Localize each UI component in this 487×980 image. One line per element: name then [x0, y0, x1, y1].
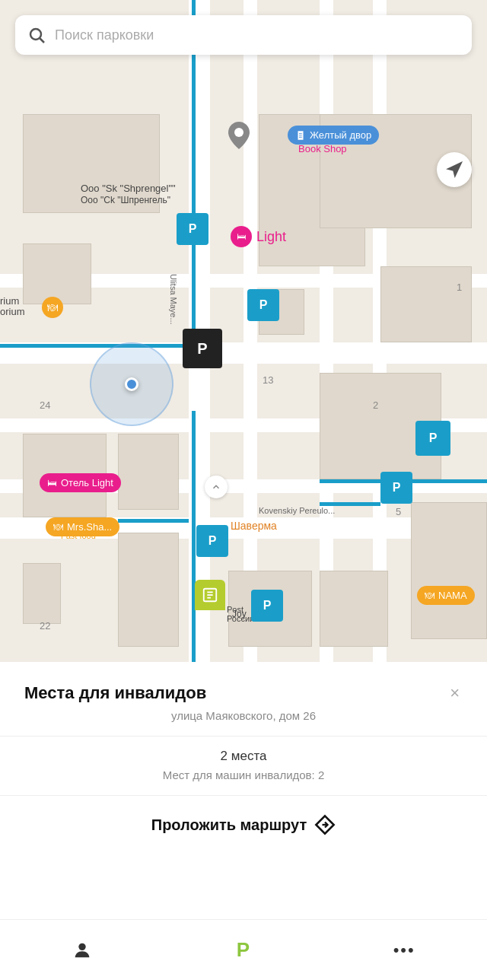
nav-more[interactable]: ••• — [393, 940, 415, 960]
search-bar[interactable]: Поиск парковки — [15, 15, 472, 55]
svg-line-7 — [40, 39, 45, 43]
orium-label: orium — [0, 306, 25, 317]
panel-header: Места для инвалидов × — [24, 683, 463, 703]
hotel-light-pin-top: 🛏 Light — [231, 226, 286, 247]
panel-handicap: Мест для машин инвалидов: 2 — [24, 768, 463, 781]
yellow-dvor-marker[interactable]: Желтый двор — [288, 126, 379, 145]
shprengel-text-ru: Ooo "Ck "Шпренгель" — [81, 195, 170, 205]
close-button[interactable]: × — [447, 683, 463, 703]
parking-marker-3[interactable]: Р — [415, 421, 450, 456]
panel-title: Места для инвалидов — [24, 683, 447, 703]
location-dot — [125, 377, 138, 391]
number-2: 2 — [373, 399, 378, 411]
book-shop-label: Book Shop — [298, 143, 347, 154]
divider-2 — [0, 795, 487, 796]
parking-marker-6[interactable]: Р — [251, 590, 283, 622]
search-icon — [27, 26, 46, 44]
rium-label: rium — [0, 295, 19, 307]
hotel-light-label-top: Light — [256, 229, 286, 245]
hotel-light-main[interactable]: 🛏 Отель Light — [40, 473, 121, 492]
route-label: Проложить маршрут — [151, 816, 307, 834]
fast-food-label: Fast food — [61, 531, 96, 540]
post-russia-label: PostРоссии — [227, 605, 254, 623]
bottom-nav: P ••• — [0, 919, 487, 980]
nama-name: NAMA — [438, 590, 467, 601]
parking-marker-2[interactable]: Р — [247, 289, 279, 321]
panel-spots: 2 места — [24, 749, 463, 764]
yellow-dvor-name: Желтый двор — [310, 129, 371, 141]
street-label: Ulitsa Maye... — [169, 274, 178, 325]
number-24: 24 — [40, 399, 50, 411]
number-1: 1 — [457, 282, 462, 293]
nav-parking[interactable]: P — [237, 938, 250, 962]
svg-point-9 — [79, 943, 86, 950]
search-input[interactable]: Поиск парковки — [55, 27, 154, 43]
food-icon-rium: 🍽 — [42, 297, 63, 318]
svg-marker-5 — [448, 163, 461, 176]
divider-1 — [0, 736, 487, 737]
map-area[interactable]: Ulitsa Maye... Kovenskiy Pereulo... 24 1… — [0, 0, 487, 662]
navigation-button[interactable] — [437, 152, 472, 187]
nav-profile[interactable] — [72, 940, 93, 961]
green-book-marker[interactable] — [195, 580, 225, 610]
svg-point-4 — [234, 128, 244, 137]
nama-marker[interactable]: 🍽 NAMA — [417, 586, 475, 605]
route-button[interactable]: Проложить маршрут — [24, 814, 463, 835]
number-13: 13 — [263, 374, 273, 386]
panel-address: улица Маяковского, дом 26 — [24, 709, 463, 722]
shprengel-text-en: Ooo "Sk "Shprengel"" — [81, 183, 176, 194]
kovenskiy-label: Kovenskiy Pereulo... — [259, 506, 335, 515]
more-icon: ••• — [393, 940, 415, 960]
profile-icon — [72, 940, 93, 961]
scroll-up-indicator[interactable] — [205, 476, 228, 498]
svg-point-6 — [30, 29, 41, 40]
hotel-light-name: Отель Light — [61, 477, 113, 488]
parking-marker-main[interactable]: P — [183, 329, 222, 368]
number-22: 22 — [40, 620, 50, 632]
parking-nav-label: P — [237, 938, 250, 962]
parking-marker-4[interactable]: Р — [380, 472, 412, 504]
parking-marker-1[interactable]: Р — [177, 213, 208, 245]
location-circle — [90, 342, 173, 426]
gray-location-pin — [228, 122, 250, 152]
parking-marker-5[interactable]: Р — [196, 525, 228, 557]
route-icon — [314, 814, 336, 835]
shaverma-label: Шаверма — [231, 520, 277, 532]
number-5: 5 — [396, 506, 401, 517]
